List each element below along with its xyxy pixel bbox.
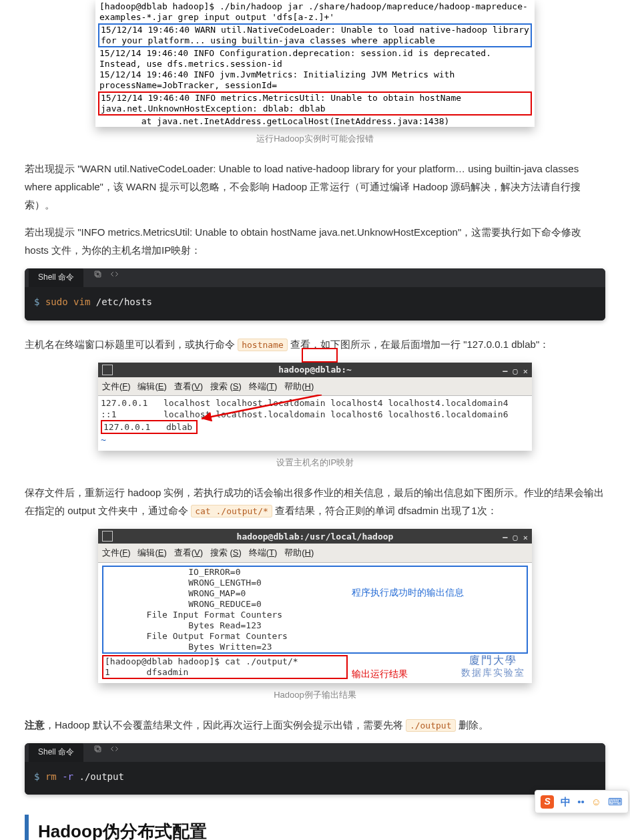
title-user: hadoop@ (278, 365, 315, 375)
annot-success: 程序执行成功时的输出信息 (352, 587, 464, 598)
watermark: 廈門大學 数据库实验室 (461, 654, 525, 679)
svg-rect-1 (95, 271, 99, 276)
code-kw: rm (45, 771, 57, 782)
hosts-row1: 127.0.0.1 localhost localhost.localdomai… (101, 397, 529, 409)
menu-help[interactable]: 帮助(H) (284, 381, 314, 391)
hadoop-output-window: hadoop@dblab:/usr/local/hadoop — ▢ ✕ 文件(… (98, 529, 532, 682)
vim-tilde: ~ (101, 434, 529, 445)
maximize-icon[interactable]: ▢ (513, 365, 518, 379)
minimize-icon[interactable]: — (503, 365, 507, 379)
code-tab-label: Shell 命令 (29, 268, 83, 287)
term-cmd: [hadoop@dblab hadoop]$ ./bin/hadoop jar … (98, 1, 532, 23)
menubar-2: 文件(F) 编辑(E) 查看(V) 搜索 (S) 终端(T) 帮助(H) (98, 544, 532, 562)
para-output-intro: 保存文件后，重新运行 hadoop 实例，若执行成功的话会输出很多作业的相关信息… (25, 483, 605, 519)
hosts-row2: ::1 localhost localhost.localdomain loca… (101, 409, 529, 420)
code-block-rm: Shell 命令 $ rm -r ./output (25, 743, 605, 795)
para-hosts-intro: 若出现提示 "INFO metrics.MetricsUtil: Unable … (25, 223, 605, 259)
close-icon[interactable]: ✕ (523, 531, 528, 546)
hadoop-warn-terminal: [hadoop@dblab hadoop]$ ./bin/hadoop jar … (95, 0, 535, 127)
para-warn-explain: 若出现提示 "WARN util.NativeCodeLoader: Unabl… (25, 160, 605, 214)
svg-rect-0 (96, 272, 101, 277)
code-rest: /etc/hosts (90, 296, 152, 307)
code-kw: sudo vim (45, 296, 90, 307)
para-note: 注意，Hadoop 默认不会覆盖结果文件，因此再次运行上面实例会提示出错，需要先… (25, 716, 605, 734)
terminal-icon (102, 531, 113, 542)
success-output-box: IO_ERROR=0 WRONG_LENGTH=0 WRONG_MAP=0 WR… (102, 566, 528, 654)
code-toggle-icon[interactable] (109, 268, 119, 284)
close-icon[interactable]: ✕ (523, 365, 528, 379)
menu-edit[interactable]: 编辑(E) (137, 548, 166, 558)
caption-output: Hadoop例子输出结果 (25, 687, 605, 702)
svg-rect-4 (95, 746, 99, 751)
code-flag: -r (62, 771, 73, 782)
ime-keyboard-icon[interactable]: ⌨ (608, 793, 623, 811)
code-body: $ sudo vim /etc/hosts (25, 287, 605, 320)
terminal-icon (102, 365, 113, 375)
minimize-icon[interactable]: — (503, 531, 507, 546)
copy-icon[interactable] (93, 743, 103, 759)
term-mid1: 15/12/14 19:46:40 INFO Configuration.dep… (98, 48, 532, 69)
code-block-sudo-vim: Shell 命令 $ sudo vim /etc/hosts (25, 268, 605, 320)
code-toggle-icon[interactable] (109, 743, 119, 759)
caption-warn: 运行Hadoop实例时可能会报错 (25, 131, 605, 146)
window-titlebar: hadoop@dblab:~ — ▢ ✕ (98, 363, 532, 377)
result-output-box: [hadoop@dblab hadoop]$ cat ./output/* 1 … (102, 655, 348, 679)
dblab-entry-box: 127.0.0.1 dblab (101, 420, 198, 434)
caption-hosts: 设置主机名的IP映射 (25, 455, 605, 470)
menubar: 文件(F) 编辑(E) 查看(V) 搜索 (S) 终端(T) 帮助(H) (98, 377, 532, 396)
code-body: $ rm -r ./output (25, 762, 605, 795)
term-tail: at java.net.InetAddress.getLocalHost(Ine… (98, 116, 532, 127)
code-tab-label: Shell 命令 (29, 743, 83, 762)
menu-edit[interactable]: 编辑(E) (137, 381, 166, 391)
section-heading-pseudo-distributed: Hadoop伪分布式配置 (25, 815, 605, 840)
term-mid2: 15/12/14 19:46:40 INFO jvm.JvmMetrics: I… (98, 69, 532, 91)
window-titlebar-2: hadoop@dblab:/usr/local/hadoop — ▢ ✕ (98, 529, 532, 544)
title-tail: ~ (346, 365, 352, 375)
menu-search[interactable]: 搜索 (S) (210, 381, 242, 391)
menu-file[interactable]: 文件(F) (102, 548, 131, 558)
copy-icon[interactable] (93, 268, 103, 284)
hosts-editor-window: hadoop@dblab:~ — ▢ ✕ 文件(F) 编辑(E) 查看(V) 搜… (98, 363, 532, 451)
hostname-highlight-box (302, 348, 338, 363)
error-box: 15/12/14 19:46:40 INFO metrics.MetricsUt… (98, 91, 532, 116)
inline-code-hostname: hostname (238, 339, 288, 351)
menu-search[interactable]: 搜索 (S) (210, 548, 242, 558)
title-host: dblab: (315, 365, 346, 375)
prompt: $ (34, 771, 39, 782)
menu-term[interactable]: 终端(T) (249, 548, 278, 558)
note-bold: 注意 (25, 719, 45, 730)
menu-term[interactable]: 终端(T) (249, 381, 278, 391)
menu-view[interactable]: 查看(V) (174, 381, 203, 391)
annot-result: 输出运行结果 (352, 668, 408, 679)
code-rest: ./output (73, 771, 124, 782)
ime-emoji-icon[interactable]: ☺ (591, 793, 601, 811)
ime-toolbar[interactable]: S 中 •• ☺ ⌨ (535, 790, 629, 813)
sogou-logo-icon[interactable]: S (541, 795, 554, 809)
menu-file[interactable]: 文件(F) (102, 381, 131, 391)
ime-punct-icon[interactable]: •• (577, 793, 585, 811)
menu-help[interactable]: 帮助(H) (284, 548, 314, 558)
inline-code-cat: cat ./output/* (191, 505, 272, 517)
svg-rect-3 (96, 747, 101, 752)
prompt: $ (34, 296, 39, 307)
ime-lang-label[interactable]: 中 (561, 793, 571, 811)
warn-box: 15/12/14 19:46:40 WARN util.NativeCodeLo… (98, 23, 532, 47)
menu-view[interactable]: 查看(V) (174, 548, 203, 558)
inline-code-output: ./output (406, 719, 456, 732)
maximize-icon[interactable]: ▢ (513, 531, 518, 546)
window-title: hadoop@dblab:/usr/local/hadoop (237, 529, 394, 544)
